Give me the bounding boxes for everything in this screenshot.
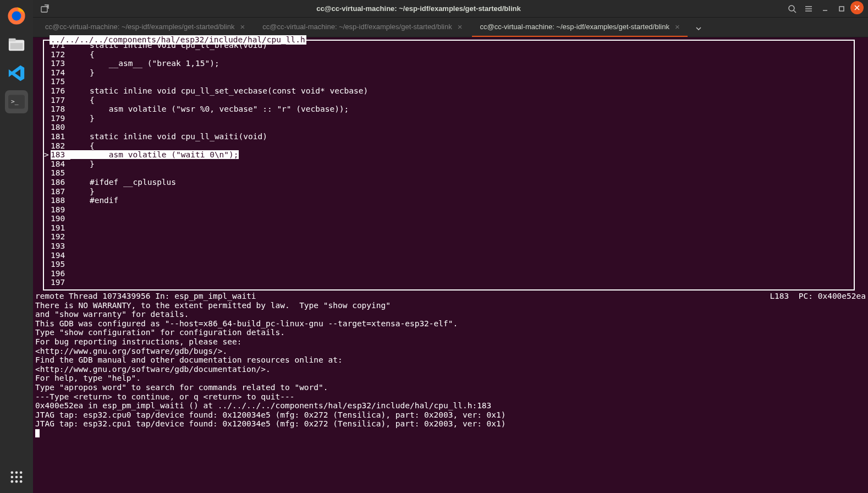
svg-point-15 bbox=[20, 480, 23, 483]
current-line-marker bbox=[44, 105, 51, 114]
new-tab-icon bbox=[41, 4, 50, 13]
tab-label: cc@cc-virtual-machine: ~/esp-idf/example… bbox=[262, 23, 452, 31]
console-line: For bug reporting instructions, please s… bbox=[35, 337, 866, 347]
console-line: and "show warranty" for details. bbox=[35, 310, 866, 319]
hamburger-menu[interactable] bbox=[801, 1, 816, 17]
terminal-body[interactable]: ../../../../components/hal/esp32/include… bbox=[33, 37, 868, 493]
tab-close-1[interactable]: × bbox=[240, 22, 245, 31]
code-line: 173 __asm__ ("break 1,15"); bbox=[44, 59, 854, 68]
line-number: 178 bbox=[51, 105, 70, 114]
current-line-marker bbox=[44, 242, 51, 251]
terminal-icon: >_ bbox=[8, 95, 25, 109]
svg-rect-20 bbox=[839, 7, 844, 11]
code-text: #endif bbox=[70, 196, 118, 205]
svg-point-12 bbox=[20, 476, 23, 479]
line-number: 172 bbox=[51, 50, 70, 59]
current-line-marker bbox=[44, 205, 51, 215]
console-line: Type "show configuration" for configurat… bbox=[35, 328, 866, 337]
current-line-marker bbox=[44, 96, 51, 105]
source-file-path: ../../../../components/hal/esp32/include… bbox=[50, 35, 306, 45]
line-number: 184 bbox=[51, 160, 70, 169]
current-line-marker bbox=[44, 269, 51, 278]
code-line: 196 bbox=[44, 269, 854, 278]
current-line-marker bbox=[44, 160, 51, 169]
svg-point-14 bbox=[15, 480, 18, 483]
tab-3[interactable]: cc@cc-virtual-machine: ~/esp-idf/example… bbox=[472, 18, 687, 37]
search-icon bbox=[788, 4, 796, 13]
code-line: 179 } bbox=[44, 114, 854, 123]
current-line-marker bbox=[44, 68, 51, 78]
code-text: } bbox=[70, 114, 95, 123]
gdb-status-bar: remote Thread 1073439956 In: esp_pm_impl… bbox=[33, 292, 868, 301]
code-text: __asm__ ("break 1,15"); bbox=[70, 59, 219, 68]
current-line-marker bbox=[44, 132, 51, 141]
dock-terminal[interactable]: >_ bbox=[5, 90, 28, 113]
minimize-button[interactable] bbox=[817, 1, 833, 17]
console-cursor-line bbox=[35, 429, 866, 438]
code-line: 186 #ifdef __cplusplus bbox=[44, 178, 854, 187]
current-line-marker bbox=[44, 114, 51, 123]
console-line: ---Type <return> to continue, or q <retu… bbox=[35, 392, 866, 402]
svg-rect-3 bbox=[9, 39, 16, 42]
current-line-marker bbox=[44, 141, 51, 151]
line-number: 189 bbox=[51, 205, 70, 215]
grid-icon bbox=[9, 469, 24, 485]
code-text: } bbox=[70, 187, 95, 196]
code-line: > 183 asm volatile ("waiti 0\n"); bbox=[44, 150, 854, 160]
code-line: 189 bbox=[44, 205, 854, 215]
code-line: 187 } bbox=[44, 187, 854, 196]
line-number: 180 bbox=[51, 123, 70, 132]
line-number: 191 bbox=[51, 223, 70, 233]
current-line-marker bbox=[44, 187, 51, 196]
console-line: 0x400e52ea in esp_pm_impl_waiti () at ..… bbox=[35, 401, 866, 410]
line-number: 181 bbox=[51, 132, 70, 141]
code-text: { bbox=[70, 96, 95, 105]
svg-line-18 bbox=[794, 10, 796, 13]
dock-vscode[interactable] bbox=[5, 62, 28, 85]
code-line: 172 { bbox=[44, 50, 854, 59]
tab-label: cc@cc-virtual-machine: ~/esp-idf/example… bbox=[480, 23, 669, 31]
code-line: 176 static inline void cpu_ll_set_vecbas… bbox=[44, 86, 854, 96]
firefox-icon bbox=[7, 7, 26, 25]
code-text: { bbox=[70, 141, 95, 151]
close-icon bbox=[854, 4, 860, 11]
line-number: 175 bbox=[51, 77, 70, 86]
tab-1[interactable]: cc@cc-virtual-machine: ~/esp-idf/example… bbox=[37, 18, 252, 37]
current-line-marker bbox=[44, 232, 51, 242]
gdb-console[interactable]: There is NO WARRANTY, to the extent perm… bbox=[33, 301, 868, 440]
gdb-source-window[interactable]: ../../../../components/hal/esp32/include… bbox=[43, 40, 855, 291]
line-number: 185 bbox=[51, 168, 70, 178]
dock-files[interactable] bbox=[5, 33, 28, 56]
maximize-button[interactable] bbox=[834, 1, 849, 17]
dock-firefox[interactable] bbox=[5, 4, 28, 28]
code-text: static inline void cpu_ll_waiti(void) bbox=[70, 132, 267, 141]
svg-rect-16 bbox=[41, 7, 47, 12]
line-number: 177 bbox=[51, 96, 70, 105]
line-number: 186 bbox=[51, 178, 70, 187]
tab-close-3[interactable]: × bbox=[675, 22, 680, 31]
current-line-marker bbox=[44, 278, 51, 287]
current-line-marker bbox=[44, 251, 51, 260]
svg-point-10 bbox=[11, 476, 14, 479]
svg-text:>_: >_ bbox=[11, 98, 19, 105]
svg-rect-4 bbox=[10, 43, 23, 49]
current-line-marker bbox=[44, 123, 51, 132]
dock-apps-grid[interactable] bbox=[5, 465, 28, 489]
code-text: asm volatile ("waiti 0\n"); bbox=[70, 150, 239, 160]
files-icon bbox=[7, 35, 26, 54]
close-button[interactable] bbox=[850, 1, 864, 14]
tabbar-overflow[interactable] bbox=[690, 21, 707, 37]
svg-point-13 bbox=[11, 480, 14, 483]
chevron-down-icon bbox=[695, 25, 702, 32]
tab-2[interactable]: cc@cc-virtual-machine: ~/esp-idf/example… bbox=[255, 18, 470, 37]
tab-close-2[interactable]: × bbox=[458, 22, 463, 31]
code-line: 181 static inline void cpu_ll_waiti(void… bbox=[44, 132, 854, 141]
maximize-icon bbox=[838, 5, 845, 13]
new-tab-button[interactable] bbox=[37, 1, 53, 17]
line-number: 197 bbox=[51, 278, 70, 287]
code-line: 185 bbox=[44, 168, 854, 178]
code-text: } bbox=[70, 160, 95, 169]
current-line-marker bbox=[44, 196, 51, 205]
search-button[interactable] bbox=[784, 1, 800, 17]
code-line: 195 bbox=[44, 260, 854, 269]
